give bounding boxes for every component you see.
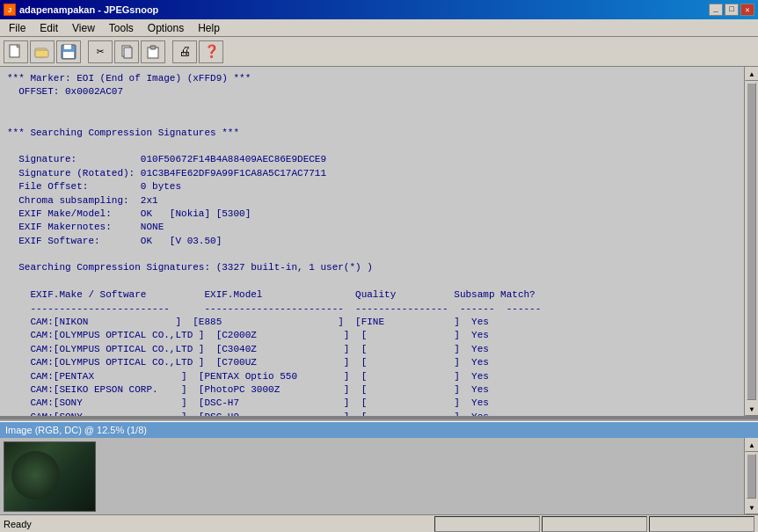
text-scrollbar[interactable]: ▲ ▼ xyxy=(744,67,758,416)
thumb-inner xyxy=(4,442,95,511)
toolbar-cut-button[interactable]: ✂ xyxy=(88,40,113,63)
svg-rect-10 xyxy=(150,46,156,49)
image-scroll-up[interactable]: ▲ xyxy=(745,438,758,452)
menu-file[interactable]: File xyxy=(2,19,33,36)
menu-tools[interactable]: Tools xyxy=(102,19,141,36)
svg-rect-5 xyxy=(64,45,71,49)
scroll-up-arrow[interactable]: ▲ xyxy=(745,67,758,81)
status-bar: Ready xyxy=(0,514,758,532)
image-scroll-thumb[interactable] xyxy=(747,454,756,499)
thumb-circle xyxy=(11,451,60,499)
menu-help[interactable]: Help xyxy=(191,19,227,36)
menu-view[interactable]: View xyxy=(65,19,102,36)
image-pane-body: ▲ ▼ xyxy=(0,438,758,514)
status-panel-1 xyxy=(434,516,540,532)
image-pane-title: Image (RGB, DC) @ 12.5% (1/8) xyxy=(5,425,147,435)
text-pane: *** Marker: EOI (End of Image) (xFFD9) *… xyxy=(0,67,758,419)
title-controls[interactable]: _ □ ✕ xyxy=(709,4,754,16)
image-pane-header: Image (RGB, DC) @ 12.5% (1/8) xyxy=(0,422,758,438)
svg-rect-3 xyxy=(35,50,48,57)
toolbar: ✂ 🖨 ❓ xyxy=(0,37,758,67)
main-area: *** Marker: EOI (End of Image) (xFFD9) *… xyxy=(0,67,758,514)
maximize-button[interactable]: □ xyxy=(725,4,739,16)
menu-options[interactable]: Options xyxy=(141,19,191,36)
scroll-down-arrow[interactable]: ▼ xyxy=(745,402,758,416)
menu-bar: File Edit View Tools Options Help xyxy=(0,19,758,37)
toolbar-open-button[interactable] xyxy=(30,40,55,63)
scroll-thumb[interactable] xyxy=(747,83,756,400)
toolbar-new-button[interactable] xyxy=(4,40,28,63)
title-bar: J adapenampakan - JPEGsnoop _ □ ✕ xyxy=(0,0,758,19)
image-scroll-down[interactable]: ▼ xyxy=(745,500,758,514)
close-button[interactable]: ✕ xyxy=(740,4,754,16)
toolbar-save-button[interactable] xyxy=(56,40,81,63)
toolbar-print-button[interactable]: 🖨 xyxy=(172,40,197,63)
title-bar-left: J adapenampakan - JPEGsnoop xyxy=(4,4,158,16)
image-scrollbar[interactable]: ▲ ▼ xyxy=(744,438,758,514)
image-pane: Image (RGB, DC) @ 12.5% (1/8) ▲ ▼ xyxy=(0,422,758,514)
window-title: adapenampakan - JPEGsnoop xyxy=(19,4,158,15)
image-thumbnail xyxy=(4,441,96,512)
toolbar-help-button[interactable]: ❓ xyxy=(199,40,223,63)
toolbar-copy-button[interactable] xyxy=(114,40,139,63)
toolbar-paste-button[interactable] xyxy=(141,40,165,63)
status-panel-2 xyxy=(542,516,647,532)
svg-rect-8 xyxy=(124,47,132,58)
status-panels xyxy=(434,516,754,532)
text-output: *** Marker: EOI (End of Image) (xFFD9) *… xyxy=(0,67,758,419)
status-panel-3 xyxy=(649,516,754,532)
svg-rect-6 xyxy=(63,52,74,58)
minimize-button[interactable]: _ xyxy=(709,4,723,16)
app-icon: J xyxy=(4,4,16,16)
status-text: Ready xyxy=(4,519,434,529)
menu-edit[interactable]: Edit xyxy=(33,19,65,36)
